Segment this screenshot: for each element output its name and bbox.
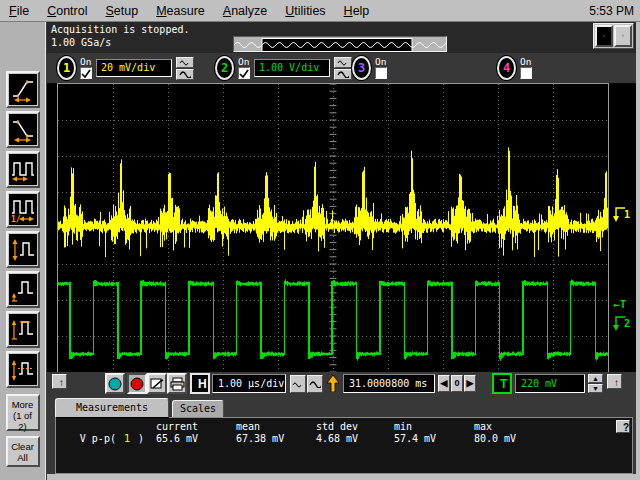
channel-4-on-label: On — [520, 57, 531, 67]
vpp-std-dev-value: 4.68 mV — [308, 433, 386, 445]
header-mean: mean — [228, 421, 308, 433]
menu-utilities[interactable]: Utilities — [276, 2, 334, 20]
trigger-level-marker[interactable]: ← T — [613, 299, 626, 310]
vpp-min-value: 57.4 mV — [386, 433, 466, 445]
menu-control[interactable]: Control — [38, 2, 96, 20]
header-min: min — [386, 421, 466, 433]
left-up-arrow-button[interactable]: ↑ — [52, 374, 67, 389]
channel-3-on-label: On — [375, 57, 386, 67]
channel-1-ground-marker[interactable]: 1 — [611, 205, 630, 223]
check-icon — [81, 69, 91, 78]
menu-file[interactable]: File — [0, 2, 38, 20]
channel-2-coarse-adjust-button[interactable] — [334, 69, 352, 80]
mouse-icon — [622, 28, 624, 44]
measure-vaverage-button[interactable] — [6, 351, 40, 388]
channel-2-badge[interactable]: 2 — [215, 56, 234, 80]
help-button[interactable]: ? — [616, 420, 630, 433]
timebase-fine-button[interactable] — [290, 375, 306, 393]
measure-rise-time-button[interactable] — [6, 71, 40, 108]
position-right-button[interactable]: ▶ — [464, 375, 476, 392]
timebase-coarse-button[interactable] — [307, 375, 323, 393]
channel-3-on-checkbox[interactable] — [375, 67, 387, 79]
channel-2-on-checkbox[interactable] — [238, 67, 250, 79]
print-button[interactable] — [167, 373, 187, 394]
measure-fall-time-button[interactable] — [6, 111, 40, 148]
clear-all-button[interactable]: Clear All — [6, 436, 40, 467]
horizontal-setup-button[interactable]: H — [190, 373, 210, 394]
position-left-button[interactable]: ◀ — [438, 375, 450, 392]
measure-vmax-button[interactable] — [6, 311, 40, 348]
trigger-position-arrow-icon[interactable] — [327, 375, 339, 392]
channel-2-scale-field[interactable]: 1.00 V/div — [254, 59, 330, 77]
channel-2-on-label: On — [238, 57, 249, 67]
channel-2-ground-marker[interactable]: 2 — [611, 314, 630, 332]
right-up-arrow-button[interactable]: ↑ — [607, 374, 622, 389]
screen-copy-button[interactable] — [147, 373, 167, 394]
channel-1-on-label: On — [80, 57, 91, 67]
tab-measurements[interactable]: Measurements — [55, 398, 169, 418]
channel-2-fine-adjust-button[interactable] — [334, 57, 352, 68]
more-measurements-button[interactable]: More (1 of 2) — [6, 394, 40, 431]
trigger-setup-button[interactable]: T — [492, 373, 512, 394]
screen-copy-icon — [150, 377, 164, 391]
channel-1-coarse-adjust-button[interactable] — [176, 69, 194, 80]
position-zero-button[interactable]: 0 — [451, 375, 463, 392]
trigger-marker-label: T — [620, 299, 626, 310]
mouse-pointer-button[interactable] — [614, 25, 632, 47]
timebase-field[interactable]: 1.00 µs/div — [212, 374, 286, 393]
trigger-level-down-button[interactable]: ▼ — [588, 384, 603, 393]
main-panel: Acquisition is stopped. 1.00 GSa/s 1 On — [47, 22, 636, 474]
trigger-level-up-button[interactable]: ▲ — [588, 374, 603, 383]
period-icon — [9, 154, 37, 185]
coarse-wave-icon — [309, 380, 321, 388]
channel-bar: 1 On 20 mV/div 2 On 1.00 V/div — [47, 53, 636, 83]
run-button[interactable] — [105, 373, 125, 394]
fine-wave-icon — [292, 381, 304, 388]
channel-2-controls: 2 On 1.00 V/div — [215, 55, 352, 81]
fine-wave-icon — [337, 59, 349, 66]
check-icon — [239, 69, 249, 78]
horizontal-position-field[interactable]: 31.0000800 ms — [343, 374, 435, 393]
stop-button[interactable] — [127, 373, 147, 394]
measure-vmin-button[interactable] — [6, 271, 40, 308]
horizontal-trigger-bar: ↑ H 1.00 µs/div 31.0000800 ms ◀ 0 ▶ T 2 — [47, 372, 636, 398]
v-average-icon — [9, 354, 37, 385]
menu-measure[interactable]: Measure — [147, 2, 214, 20]
vpp-max-value: 80.0 mV — [466, 433, 632, 445]
channel-1-badge[interactable]: 1 — [57, 56, 76, 80]
menu-help[interactable]: Help — [335, 2, 379, 20]
waveform-position-scrollbar[interactable] — [233, 36, 447, 52]
channel-4-on-checkbox[interactable] — [520, 67, 532, 79]
channel-1-scale-spinner — [176, 57, 194, 80]
coarse-wave-icon — [179, 70, 191, 78]
measure-vpp-button[interactable] — [6, 231, 40, 268]
measurement-channel-digit: 1 — [116, 433, 130, 444]
measurements-header-row: current mean std dev min max — [56, 421, 632, 433]
run-icon — [108, 377, 122, 391]
v-max-icon — [9, 314, 37, 345]
header-current: current — [148, 421, 228, 433]
menu-analyze[interactable]: Analyze — [214, 2, 276, 20]
measurement-row-vpp: V p-p(1) 65.6 mV 67.38 mV 4.68 mV 57.4 m… — [56, 433, 632, 445]
acquisition-bar: Acquisition is stopped. 1.00 GSa/s — [47, 22, 636, 53]
fine-wave-icon — [179, 59, 191, 66]
tab-scales[interactable]: Scales — [172, 400, 224, 418]
channel-1-scale-field[interactable]: 20 mV/div — [96, 59, 172, 77]
channel-1-on-checkbox[interactable] — [80, 67, 92, 79]
measure-period-button[interactable] — [6, 151, 40, 188]
channel-4-badge[interactable]: 4 — [497, 56, 516, 80]
coarse-wave-icon — [337, 70, 349, 78]
measure-frequency-button[interactable]: 1/ — [6, 191, 40, 228]
frequency-icon: 1/ — [9, 194, 37, 225]
channel-3-badge[interactable]: 3 — [352, 56, 371, 80]
v-min-icon — [9, 274, 37, 305]
channel-1-marker-digit: 1 — [624, 209, 630, 220]
channel-1-fine-adjust-button[interactable] — [176, 57, 194, 68]
trigger-mode-button[interactable] — [595, 25, 613, 47]
menu-setup[interactable]: Setup — [96, 2, 147, 20]
vpp-current-value: 65.6 mV — [148, 433, 228, 445]
trigger-level-field[interactable]: 220 mV — [515, 374, 585, 393]
waveform-display — [57, 83, 609, 373]
sample-rate: 1.00 GSa/s — [51, 37, 111, 49]
trigger-marker-arrow: ← — [613, 299, 619, 310]
